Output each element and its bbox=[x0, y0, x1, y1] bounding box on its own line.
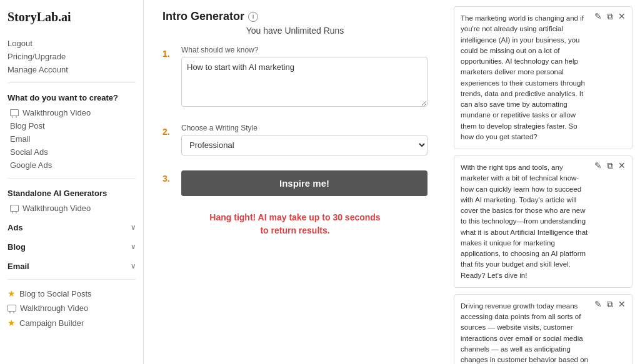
manage-account-link[interactable]: Manage Account bbox=[8, 63, 136, 76]
sidebar-item-walkthrough-video-standalone[interactable]: Walkthrough Video bbox=[8, 202, 136, 215]
close-button-2[interactable]: ✕ bbox=[617, 161, 627, 170]
step1-label: What should we know? bbox=[181, 46, 428, 54]
star-icon-1: ★ bbox=[8, 288, 16, 298]
steps-wrapper: 1. What should we know? 2. Choose a Writ… bbox=[162, 46, 428, 211]
close-button-1[interactable]: ✕ bbox=[617, 12, 627, 21]
unlimited-runs-label: You have Unlimited Runs bbox=[162, 26, 428, 36]
copy-button-3[interactable]: ⧉ bbox=[606, 300, 614, 308]
step2-label: Choose a Writing Style bbox=[181, 124, 428, 132]
monitor-icon-standalone bbox=[10, 205, 19, 212]
page-title: Intro Generator bbox=[162, 10, 244, 23]
email-chevron-icon: ∨ bbox=[131, 262, 136, 270]
result-text-3: Driving revenue growth today means acces… bbox=[461, 301, 626, 364]
copy-button-2[interactable]: ⧉ bbox=[606, 161, 614, 170]
inspire-me-button[interactable]: Inspire me! bbox=[181, 170, 428, 196]
create-section-title: What do you want to create? bbox=[8, 93, 136, 102]
hang-tight-message: Hang tight! AI may take up to 30 seconds… bbox=[162, 211, 428, 237]
edit-button-1[interactable]: ✎ bbox=[593, 12, 603, 21]
close-button-3[interactable]: ✕ bbox=[617, 300, 627, 308]
step2-number: 2. bbox=[162, 124, 175, 136]
result-actions-2: ✎⧉✕ bbox=[593, 161, 627, 170]
step3-number: 3. bbox=[162, 170, 175, 183]
result-card-3: ✎⧉✕Driving revenue growth today means ac… bbox=[454, 294, 632, 364]
step1-row: 1. What should we know? bbox=[162, 46, 428, 117]
monitor-icon bbox=[10, 109, 19, 116]
logo: StoryLab.ai bbox=[8, 10, 136, 24]
walkthrough-video-star[interactable]: Walkthrough Video bbox=[8, 301, 136, 315]
step1-number: 1. bbox=[162, 46, 175, 58]
edit-button-3[interactable]: ✎ bbox=[593, 300, 603, 308]
campaign-builder-star[interactable]: ★ Campaign Builder bbox=[8, 315, 136, 330]
sidebar-item-blog-post[interactable]: Blog Post bbox=[8, 119, 136, 132]
sidebar-item-email[interactable]: Email bbox=[8, 132, 136, 145]
info-icon[interactable]: i bbox=[248, 12, 258, 22]
page-title-area: Intro Generator i bbox=[162, 10, 428, 23]
result-actions-1: ✎⧉✕ bbox=[593, 12, 627, 21]
step3-row: 3. Inspire me! bbox=[162, 170, 428, 205]
copy-button-1[interactable]: ⧉ bbox=[606, 12, 614, 21]
monitor-icon-star bbox=[8, 305, 16, 312]
top-nav: Logout Pricing/Upgrade Manage Account bbox=[8, 37, 136, 76]
ads-collapsible[interactable]: Ads ∨ bbox=[8, 221, 136, 234]
ads-chevron-icon: ∨ bbox=[131, 224, 136, 232]
main-content: Intro Generator i You have Unlimited Run… bbox=[144, 0, 446, 364]
sidebar-item-walkthrough-video-create[interactable]: Walkthrough Video bbox=[8, 106, 136, 119]
result-text-1: The marketing world is changing and if y… bbox=[461, 13, 626, 142]
step3-content: Inspire me! bbox=[181, 170, 428, 205]
blog-chevron-icon: ∨ bbox=[131, 243, 136, 251]
logout-link[interactable]: Logout bbox=[8, 37, 136, 50]
sidebar-item-google-ads[interactable]: Google Ads bbox=[8, 159, 136, 172]
result-card-1: ✎⧉✕The marketing world is changing and i… bbox=[454, 6, 632, 149]
email-collapsible[interactable]: Email ∨ bbox=[8, 260, 136, 273]
pricing-link[interactable]: Pricing/Upgrade bbox=[8, 50, 136, 63]
step2-content: Choose a Writing Style Professional Casu… bbox=[181, 124, 428, 164]
step2-row: 2. Choose a Writing Style Professional C… bbox=[162, 124, 428, 164]
sidebar: StoryLab.ai Logout Pricing/Upgrade Manag… bbox=[0, 0, 144, 364]
edit-button-2[interactable]: ✎ bbox=[593, 161, 603, 170]
result-text-2: With the right tips and tools, any marke… bbox=[461, 162, 626, 281]
blog-collapsible[interactable]: Blog ∨ bbox=[8, 240, 136, 253]
standalone-section-title: Standalone AI Generators bbox=[8, 189, 136, 198]
results-panel: ✎⧉✕The marketing world is changing and i… bbox=[446, 0, 640, 364]
result-card-2: ✎⧉✕With the right tips and tools, any ma… bbox=[454, 155, 632, 288]
writing-style-select[interactable]: Professional Casual Formal Friendly Witt… bbox=[181, 135, 428, 155]
what-should-we-know-input[interactable] bbox=[181, 57, 428, 107]
result-actions-3: ✎⧉✕ bbox=[593, 300, 627, 308]
sidebar-item-social-ads[interactable]: Social Ads bbox=[8, 145, 136, 159]
step1-content: What should we know? bbox=[181, 46, 428, 117]
star-icon-2: ★ bbox=[8, 318, 16, 328]
blog-to-social-star[interactable]: ★ Blog to Social Posts bbox=[8, 286, 136, 301]
